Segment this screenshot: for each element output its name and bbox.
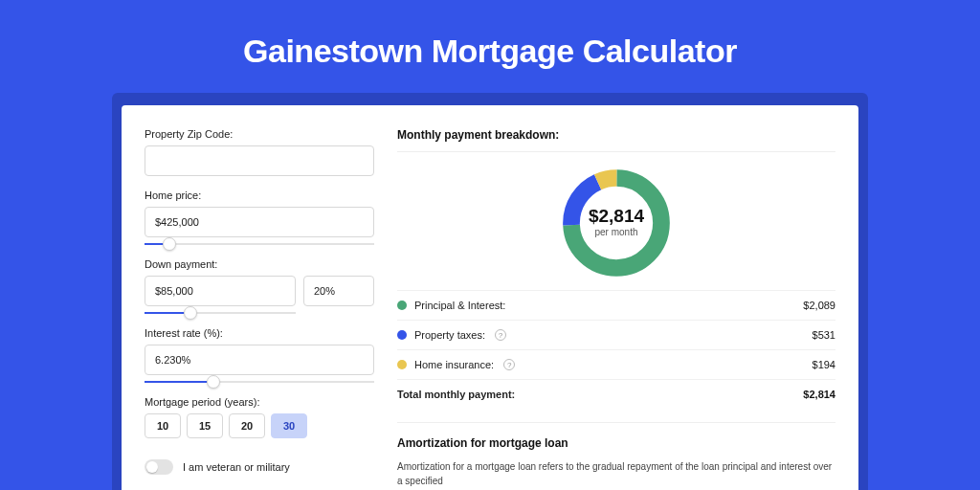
down-payment-pct-input[interactable] bbox=[303, 276, 374, 306]
breakdown-panel: Monthly payment breakdown: $2,814 per mo… bbox=[378, 105, 858, 490]
page-title: Gainestown Mortgage Calculator bbox=[0, 0, 980, 93]
home-price-input[interactable] bbox=[145, 207, 374, 237]
interest-input[interactable] bbox=[145, 345, 374, 375]
breakdown-title: Monthly payment breakdown: bbox=[397, 128, 835, 152]
dot-icon bbox=[397, 330, 407, 340]
home-price-label: Home price: bbox=[145, 189, 378, 201]
donut-sub: per month bbox=[589, 227, 644, 237]
field-home-price: Home price: bbox=[145, 189, 378, 245]
down-payment-slider[interactable] bbox=[145, 312, 296, 314]
total-value: $2,814 bbox=[803, 389, 835, 400]
donut-chart: $2,814 per month bbox=[397, 152, 835, 290]
amortization-text: Amortization for a mortgage loan refers … bbox=[397, 459, 835, 488]
field-down-payment: Down payment: bbox=[145, 258, 378, 314]
period-label: Mortgage period (years): bbox=[145, 396, 378, 408]
field-zip: Property Zip Code: bbox=[145, 128, 378, 176]
home-price-slider[interactable] bbox=[145, 243, 374, 245]
period-options: 10 15 20 30 bbox=[145, 413, 378, 438]
form-panel: Property Zip Code: Home price: Down paym… bbox=[122, 105, 378, 490]
slider-thumb[interactable] bbox=[163, 237, 176, 251]
veteran-row: I am veteran or military bbox=[145, 459, 378, 475]
legend-label: Home insurance: bbox=[414, 359, 494, 370]
slider-thumb[interactable] bbox=[184, 306, 197, 320]
legend-value: $531 bbox=[813, 329, 835, 341]
interest-slider[interactable] bbox=[145, 381, 374, 383]
donut-amount: $2,814 bbox=[589, 206, 644, 227]
zip-label: Property Zip Code: bbox=[145, 128, 378, 140]
card-shadow: Property Zip Code: Home price: Down paym… bbox=[112, 93, 868, 490]
donut-center: $2,814 per month bbox=[589, 206, 644, 237]
dot-icon bbox=[397, 360, 407, 369]
period-btn-30[interactable]: 30 bbox=[271, 413, 307, 438]
period-btn-15[interactable]: 15 bbox=[187, 413, 223, 438]
help-icon[interactable]: ? bbox=[503, 359, 515, 370]
legend-row-total: Total monthly payment: $2,814 bbox=[397, 379, 835, 409]
calculator-card: Property Zip Code: Home price: Down paym… bbox=[122, 105, 858, 490]
zip-input[interactable] bbox=[145, 145, 374, 176]
legend-row-insurance: Home insurance: ? $194 bbox=[397, 349, 835, 379]
period-btn-20[interactable]: 20 bbox=[229, 413, 265, 438]
interest-label: Interest rate (%): bbox=[145, 327, 378, 339]
legend-label: Property taxes: bbox=[414, 329, 485, 341]
amortization-section: Amortization for mortgage loan Amortizat… bbox=[397, 422, 835, 488]
legend-value: $2,089 bbox=[803, 300, 835, 311]
help-icon[interactable]: ? bbox=[495, 329, 506, 341]
field-period: Mortgage period (years): 10 15 20 30 bbox=[145, 396, 378, 438]
dot-icon bbox=[397, 301, 407, 310]
down-payment-label: Down payment: bbox=[145, 258, 378, 270]
amortization-title: Amortization for mortgage loan bbox=[397, 436, 835, 450]
total-label: Total monthly payment: bbox=[397, 389, 515, 400]
legend-label: Principal & Interest: bbox=[414, 300, 505, 311]
veteran-label: I am veteran or military bbox=[183, 461, 290, 473]
down-payment-input[interactable] bbox=[145, 276, 296, 306]
legend-row-principal: Principal & Interest: $2,089 bbox=[397, 290, 835, 320]
slider-thumb[interactable] bbox=[207, 375, 220, 389]
field-interest: Interest rate (%): bbox=[145, 327, 378, 383]
period-btn-10[interactable]: 10 bbox=[145, 413, 181, 438]
veteran-toggle[interactable] bbox=[145, 459, 173, 475]
legend-value: $194 bbox=[813, 359, 835, 370]
legend-row-taxes: Property taxes: ? $531 bbox=[397, 320, 835, 349]
